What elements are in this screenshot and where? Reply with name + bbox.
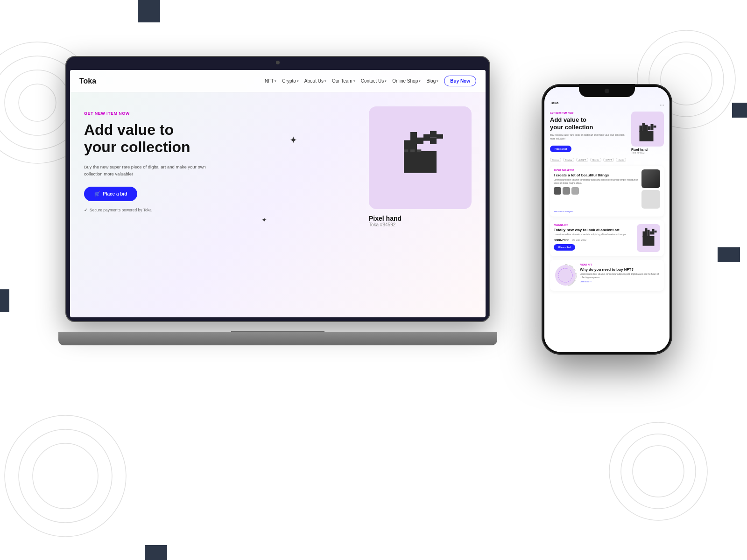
price-date: 05, Jan, 2022 bbox=[572, 238, 586, 241]
phone-nft-name: Pixel hand bbox=[631, 148, 664, 151]
phone-site-logo: Toka bbox=[550, 101, 558, 105]
hero-description: Buy the new super rare piece of digital … bbox=[84, 163, 215, 177]
nav-label-team: Our Team bbox=[332, 78, 352, 84]
phone-screen: Toka • • • GET NEW ITEM NOW Add value to… bbox=[544, 87, 669, 352]
decor-square-1 bbox=[138, 0, 160, 22]
svg-rect-35 bbox=[648, 230, 650, 237]
svg-rect-33 bbox=[643, 231, 645, 238]
cart-icon: 🛒 bbox=[94, 191, 100, 196]
phone-ancient-bid-button[interactable]: Place a bid bbox=[554, 244, 575, 251]
tag-cosplay: Cosplay bbox=[563, 158, 574, 162]
chevron-down-icon: ▾ bbox=[385, 79, 387, 83]
chevron-down-icon: ▾ bbox=[275, 79, 276, 83]
hero-section: ✦ ✦ GET NEW ITEM NOW Add value to your c… bbox=[70, 92, 486, 316]
phone-hero-desc: Buy the new super rare piece of digital … bbox=[550, 133, 627, 140]
phone-ancient-art-section: ANCIENT ART Totally new way to look at a… bbox=[550, 220, 664, 256]
svg-rect-39 bbox=[652, 231, 655, 235]
tag-cinema: Cinema bbox=[550, 158, 561, 162]
author-avatar-2 bbox=[563, 187, 570, 195]
tag-other: sfsmth bbox=[616, 158, 626, 162]
nav-item-crypto[interactable]: Crypto ▾ bbox=[282, 78, 298, 84]
phone-hero-tag: GET NEW ITEM NOW bbox=[550, 112, 627, 114]
phone-authors bbox=[554, 187, 639, 195]
phone-why-nft-section: NFT · DIGITAL ART · CRYPTO · BLOCKCHAIN … bbox=[550, 260, 664, 291]
phone-artist-desc: Lorem ipsum dolor sit amet consectetur a… bbox=[554, 179, 639, 185]
tag-3dnft: 3d NFT bbox=[603, 158, 614, 162]
nft-name: Pixel hand bbox=[369, 215, 472, 222]
hero-title: Add value to your collection bbox=[84, 121, 359, 156]
author-avatar-1 bbox=[554, 187, 561, 195]
svg-rect-17 bbox=[423, 134, 430, 141]
hero-tag: GET NEW ITEM NOW bbox=[84, 111, 359, 116]
svg-rect-30 bbox=[654, 126, 656, 128]
svg-rect-18 bbox=[430, 131, 437, 138]
svg-rect-31 bbox=[651, 127, 654, 130]
laptop-screen: Toka NFT ▾ Crypto ▾ About Us ▾ bbox=[70, 70, 486, 317]
phone-ancient-desc: Lorem ipsum dolor sit amet consectetur a… bbox=[554, 233, 634, 237]
nav-item-team[interactable]: Our Team ▾ bbox=[332, 78, 355, 84]
phone-ancient-title: Totally new way to look at ancient art bbox=[554, 228, 634, 232]
nft-card bbox=[369, 106, 472, 209]
chevron-down-icon: ▾ bbox=[353, 79, 355, 83]
svg-point-2 bbox=[5, 70, 70, 135]
chevron-down-icon: ▾ bbox=[437, 79, 438, 83]
buy-now-button[interactable]: Buy Now bbox=[444, 76, 476, 86]
decor-square-5 bbox=[145, 545, 167, 560]
hero-right-content: Pixel hand Toka #84592 bbox=[369, 106, 472, 227]
decor-square-3 bbox=[0, 289, 9, 312]
place-bid-button[interactable]: 🛒 Place a bid bbox=[84, 187, 137, 201]
phone-device: Toka • • • GET NEW ITEM NOW Add value to… bbox=[542, 84, 672, 355]
decor-square-4 bbox=[718, 247, 740, 262]
svg-rect-16 bbox=[417, 138, 423, 144]
nav-label-crypto: Crypto bbox=[282, 78, 296, 84]
phone-content: Toka • • • GET NEW ITEM NOW Add value to… bbox=[544, 87, 669, 352]
svg-rect-23 bbox=[417, 149, 421, 152]
svg-rect-22 bbox=[410, 149, 415, 152]
author-avatar-3 bbox=[571, 187, 579, 195]
nav-items: NFT ▾ Crypto ▾ About Us ▾ Our Team bbox=[265, 76, 476, 86]
phone-bid-button[interactable]: Place a bid bbox=[550, 146, 571, 152]
phone-camera bbox=[605, 89, 609, 93]
phone-learn-more-link[interactable]: Learn more → bbox=[580, 280, 660, 283]
check-icon: ✓ bbox=[84, 208, 88, 212]
phone-notch bbox=[579, 84, 635, 97]
price-value: 3000-2000 bbox=[554, 238, 569, 242]
svg-rect-20 bbox=[430, 138, 437, 144]
svg-rect-27 bbox=[645, 125, 648, 132]
main-scene: Toka NFT ▾ Crypto ▾ About Us ▾ bbox=[65, 28, 672, 518]
svg-rect-25 bbox=[640, 126, 642, 132]
nav-item-shop[interactable]: Online Shop ▾ bbox=[392, 78, 421, 84]
phone-instagram-link[interactable]: See more on instagram bbox=[554, 210, 660, 213]
nav-item-about[interactable]: About Us ▾ bbox=[304, 78, 326, 84]
laptop-body: Toka NFT ▾ Crypto ▾ About Us ▾ bbox=[65, 56, 490, 322]
decor-square-2 bbox=[732, 103, 747, 118]
svg-rect-38 bbox=[655, 231, 657, 232]
laptop-device: Toka NFT ▾ Crypto ▾ About Us ▾ bbox=[65, 56, 490, 345]
svg-rect-29 bbox=[651, 124, 654, 127]
nft-id: Toka #84592 bbox=[369, 222, 472, 227]
laptop-camera bbox=[276, 61, 280, 64]
pixel-hand-art bbox=[388, 116, 453, 181]
svg-rect-19 bbox=[437, 134, 443, 139]
phone-why-tag: ABOUT NFT bbox=[580, 264, 660, 266]
phone-artist-section: ABOUT THE ARTIST I create a lot of beaut… bbox=[550, 166, 664, 217]
phone-artist-tag: ABOUT THE ARTIST bbox=[554, 169, 639, 172]
chevron-down-icon: ▾ bbox=[297, 79, 299, 83]
nav-label-blog: Blog bbox=[426, 78, 436, 84]
hero-title-line1: Add value to bbox=[84, 121, 174, 138]
site-logo: Toka bbox=[79, 77, 96, 85]
hero-title-line2: your collection bbox=[84, 139, 190, 155]
phone-nav-dots: • • • bbox=[660, 104, 664, 106]
phone-why-desc: Lorem ipsum dolor sit amet consectetur a… bbox=[580, 273, 660, 280]
phone-ancient-tag: ANCIENT ART bbox=[554, 224, 634, 226]
sparkle-icon-1: ✦ bbox=[289, 134, 297, 146]
svg-rect-37 bbox=[652, 229, 655, 231]
laptop-base bbox=[58, 332, 497, 345]
svg-rect-13 bbox=[404, 151, 437, 173]
nav-label-shop: Online Shop bbox=[392, 78, 418, 84]
nav-item-contact[interactable]: Contact Us ▾ bbox=[361, 78, 387, 84]
secure-payment-text: ✓ Secure payments powered by Toka bbox=[84, 208, 359, 212]
nav-item-blog[interactable]: Blog ▾ bbox=[426, 78, 438, 84]
nav-item-nft[interactable]: NFT ▾ bbox=[265, 78, 276, 84]
chevron-down-icon: ▾ bbox=[419, 79, 421, 83]
